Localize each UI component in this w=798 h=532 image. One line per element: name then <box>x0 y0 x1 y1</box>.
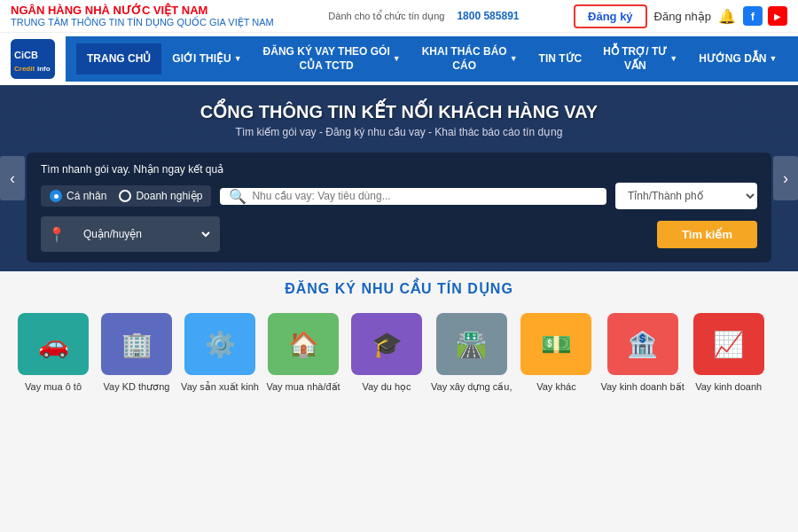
nav-item-support[interactable]: HỖ TRỢ/ TƯVẤN ▼ <box>592 36 688 82</box>
nav-item-about[interactable]: GIỚI THIỆU ▼ <box>161 43 252 75</box>
top-bar: NGÂN HÀNG NHÀ NƯỚC VIỆT NAM TRUNG TÂM TH… <box>0 0 798 33</box>
loan-label: Vay KD thương <box>104 380 170 393</box>
hero-subtitle: Tìm kiếm gói vay - Đăng ký nhu cầu vay -… <box>27 126 771 138</box>
search-icon: 🔍 <box>229 188 246 205</box>
nav-item-home[interactable]: TRANG CHỦ <box>76 43 161 75</box>
radio-circle-business <box>119 190 131 202</box>
hero-next-button[interactable]: › <box>773 156 798 200</box>
loan-label: Vay kinh doanh <box>695 380 762 393</box>
radio-label-business: Doanh nghiệp <box>136 190 202 202</box>
loan-card[interactable]: 🛣️Vay xây dựng cầu, <box>431 313 512 393</box>
notification-bell-icon[interactable]: 🔔 <box>718 8 736 25</box>
radio-business[interactable]: Doanh nghiệp <box>119 190 202 202</box>
search-row1: Cá nhân Doanh nghiệp 🔍 Tỉnh/Thành phố <box>41 183 757 209</box>
caret-report: ▼ <box>510 54 518 65</box>
top-bar-left: NGÂN HÀNG NHÀ NƯỚC VIỆT NAM TRUNG TÂM TH… <box>11 4 274 28</box>
caret-support: ▼ <box>669 54 677 65</box>
search-button[interactable]: Tìm kiếm <box>657 221 757 248</box>
loan-label: Vay mua nhà/đất <box>266 380 340 393</box>
loan-label: Vay du học <box>362 380 411 393</box>
bank-title: NGÂN HÀNG NHÀ NƯỚC VIỆT NAM <box>11 4 274 17</box>
loan-icon-box: 🛣️ <box>436 313 507 375</box>
loan-label: Vay sản xuất kinh <box>181 380 259 393</box>
section-title: ĐĂNG KÝ NHU CẦU TÍN DỤNG <box>0 271 798 304</box>
nav-item-register-loan[interactable]: ĐĂNG KÝ VAY THEO GÓICỦA TCTD ▼ <box>253 36 411 82</box>
loan-icon-box: 🚗 <box>18 313 89 375</box>
loan-icon-box: 🏢 <box>101 313 172 375</box>
nav-item-news[interactable]: TIN TỨC <box>528 43 593 75</box>
loan-label: Vay xây dựng cầu, <box>431 380 512 393</box>
loan-icon-box: 🎓 <box>351 313 422 375</box>
radio-label-individual: Cá nhân <box>66 190 106 202</box>
nav-item-report[interactable]: KHAI THÁC BÁOCÁO ▼ <box>411 36 528 82</box>
top-bar-right: Đăng ký Đăng nhập 🔔 f ▶ <box>574 4 787 28</box>
loan-label: Vay kinh doanh bất <box>600 380 684 393</box>
hero-prev-button[interactable]: ‹ <box>0 156 25 200</box>
loan-icon-box: 📈 <box>693 313 764 375</box>
caret-about: ▼ <box>234 54 242 65</box>
loan-card[interactable]: 💵Vay khác <box>517 313 595 393</box>
logo[interactable]: CiCB Credit info <box>11 39 55 79</box>
main-nav: TRANG CHỦ GIỚI THIỆU ▼ ĐĂNG KÝ VAY THEO … <box>66 36 798 82</box>
loan-card[interactable]: ⚙️Vay sản xuất kinh <box>181 313 259 393</box>
search-input[interactable] <box>252 190 598 202</box>
loan-label: Vay khác <box>536 380 575 393</box>
loan-card[interactable]: 🎓Vay du học <box>348 313 426 393</box>
page-wrapper: NGÂN HÀNG NHÀ NƯỚC VIỆT NAM TRUNG TÂM TH… <box>0 0 798 402</box>
nav-item-guide[interactable]: HƯỚNG DẪN ▼ <box>688 43 787 75</box>
search-row2: 📍 Quận/huyện Tìm kiếm <box>41 216 757 252</box>
facebook-icon[interactable]: f <box>743 6 763 26</box>
loan-categories: 🚗Vay mua ô tô🏢Vay KD thương⚙️Vay sản xuấ… <box>0 304 798 402</box>
loan-card[interactable]: 🏢Vay KD thương <box>98 313 176 393</box>
svg-text:CiCB: CiCB <box>14 50 38 60</box>
district-wrap: 📍 Quận/huyện <box>41 216 220 252</box>
loan-icon-box: 🏦 <box>607 313 678 375</box>
svg-text:Credit: Credit <box>14 65 35 73</box>
for-org-text: Dành cho tổ chức tín dụng <box>328 11 444 22</box>
radio-group: Cá nhân Doanh nghiệp <box>41 185 211 207</box>
hotline: 1800 585891 <box>457 10 519 22</box>
radio-individual[interactable]: Cá nhân <box>50 190 106 202</box>
social-icons: f ▶ <box>743 6 787 26</box>
search-label: Tìm nhanh gói vay. Nhận ngay kết quả <box>41 163 757 176</box>
credit-subtitle: TRUNG TÂM THÔNG TIN TÍN DỤNG QUỐC GIA VI… <box>11 17 274 28</box>
loan-card[interactable]: 🚗Vay mua ô tô <box>14 313 92 393</box>
login-button[interactable]: Đăng nhập <box>654 10 711 23</box>
province-select[interactable]: Tỉnh/Thành phố <box>615 183 757 209</box>
location-icon: 📍 <box>48 226 66 243</box>
svg-text:info: info <box>37 65 51 73</box>
loan-card[interactable]: 🏦Vay kinh doanh bất <box>600 313 684 393</box>
loan-card[interactable]: 📈Vay kinh doanh <box>690 313 768 393</box>
logo-icon: CiCB Credit info <box>11 39 55 79</box>
register-button[interactable]: Đăng ký <box>574 4 647 28</box>
header: CiCB Credit info TRANG CHỦ GIỚI THIỆU ▼ … <box>0 33 798 85</box>
loan-icon-box: ⚙️ <box>184 313 255 375</box>
search-input-wrap[interactable]: 🔍 <box>220 188 606 205</box>
caret-guide: ▼ <box>770 54 778 65</box>
loan-card[interactable]: 🏠Vay mua nhà/đất <box>264 313 342 393</box>
hero-title: CỔNG THÔNG TIN KẾT NỐI KHÁCH HÀNG VAY <box>27 101 771 122</box>
loan-icon-box: 💵 <box>520 313 591 375</box>
radio-circle-individual <box>50 190 62 202</box>
loan-icon-box: 🏠 <box>268 313 339 375</box>
district-select[interactable]: Quận/huyện <box>71 221 213 247</box>
loan-label: Vay mua ô tô <box>25 380 82 393</box>
search-section: Tìm nhanh gói vay. Nhận ngay kết quả Cá … <box>27 153 771 262</box>
caret-loan: ▼ <box>393 54 401 65</box>
youtube-icon[interactable]: ▶ <box>768 6 787 26</box>
hero-section: ‹ › CỔNG THÔNG TIN KẾT NỐI KHÁCH HÀNG VA… <box>0 85 798 271</box>
top-bar-center: Dành cho tổ chức tín dụng 1800 585891 <box>328 10 519 22</box>
